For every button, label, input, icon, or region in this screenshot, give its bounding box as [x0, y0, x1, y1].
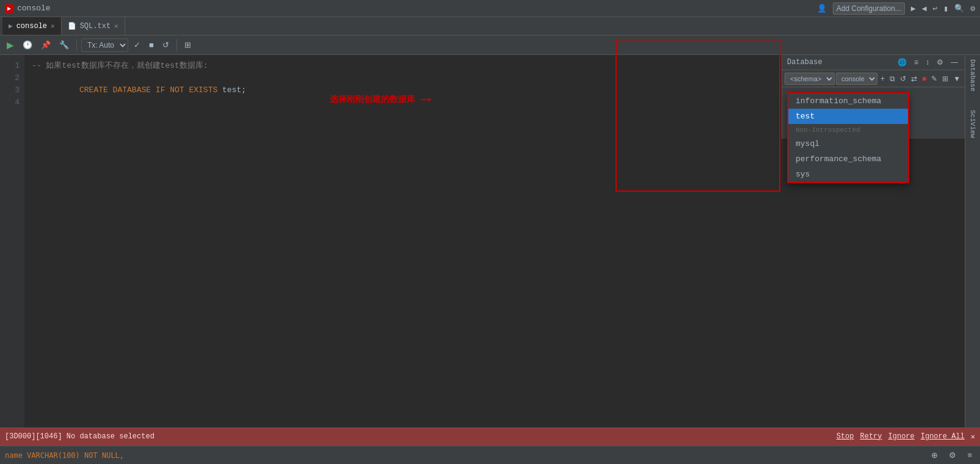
db-view-button[interactable]: ⊞ [940, 74, 950, 84]
tab-bar: ▶ console ✕ 📄 SQL.txt ✕ [0, 17, 980, 35]
history-button[interactable]: 🕐 [20, 39, 35, 51]
db-expand-icon[interactable]: ↕ [924, 57, 931, 67]
db-stop-button[interactable]: ■ [920, 74, 928, 84]
db-copy-button[interactable]: ⧉ [888, 74, 897, 84]
right-sidebar: Database SciView [965, 55, 980, 427]
sidebar-sciview-label[interactable]: SciView [967, 108, 978, 140]
status-bar: [3D000][1046] No database selected Stop … [0, 427, 980, 446]
tx-dropdown[interactable]: Tx: Auto [81, 38, 128, 52]
console-tab-label: console [16, 22, 47, 31]
bottom-add-icon[interactable]: ⊕ [928, 449, 941, 461]
editor-area: 1 2 3 4 -- 如果test数据库不存在，就创建test数据库: CREA… [0, 55, 782, 427]
console-dropdown[interactable]: console [836, 73, 877, 85]
db-list-icon[interactable]: ≡ [912, 57, 920, 67]
toolbar-sep-2 [176, 39, 177, 51]
schema-item-test[interactable]: test [788, 109, 908, 124]
db-refresh-button[interactable]: ↺ [898, 74, 908, 84]
console-tab-icon: ▶ [9, 22, 13, 30]
toolbar-sep-1 [76, 39, 77, 51]
line-num-2: 2 [0, 72, 20, 84]
schema-item-information_schema[interactable]: information_schema [788, 93, 908, 109]
title-bar-text: console [17, 4, 51, 13]
line-num-3: 3 [0, 84, 20, 96]
sql-tab-icon: 📄 [68, 22, 76, 30]
schema-item-mysql[interactable]: mysql [788, 136, 908, 151]
title-bar-right: 👤 Add Configuration... ▶ ◀ ↩ ▮ 🔍 ⚙ [817, 2, 975, 15]
code-content[interactable]: -- 如果test数据库不存在，就创建test数据库: CREATE DATAB… [24, 55, 782, 427]
db-add-button[interactable]: + [879, 74, 887, 84]
db-settings-icon[interactable]: ⚙ [935, 57, 945, 67]
db-minimize-icon[interactable]: — [949, 57, 960, 67]
line-num-1: 1 [0, 60, 20, 72]
stop-button[interactable]: ■ [146, 39, 157, 51]
add-configuration-button[interactable]: Add Configuration... [833, 2, 905, 15]
bottom-code: name VARCHAR(100) NOT NULL, [5, 451, 124, 460]
db-edit-button[interactable]: ✎ [929, 74, 939, 84]
check-button[interactable]: ✓ [131, 39, 143, 51]
app-icon: ▶ [5, 4, 13, 13]
annotation-arrow: ⟶ [421, 90, 430, 108]
table-button[interactable]: ⊞ [181, 39, 194, 51]
schema-separator: Non-Introspected [788, 124, 908, 136]
db-sync-button[interactable]: ⇄ [909, 74, 919, 84]
annotation: 选择刚刚创建的数据库 ⟶ [330, 90, 430, 108]
db-panel-header: Database 🌐 ≡ ↕ ⚙ — [782, 55, 965, 70]
schema-dropdown-popup: information_schema test Non-Introspected… [787, 92, 909, 183]
db-panel: Database 🌐 ≡ ↕ ⚙ — <schema> console + [782, 55, 965, 139]
db-panel-wrapper: Database 🌐 ≡ ↕ ⚙ — <schema> console + [782, 55, 965, 427]
sidebar-database-label[interactable]: Database [967, 57, 978, 93]
bottom-bar-right: ⊕ ⚙ ≡ [928, 449, 975, 461]
annotation-text: 选择刚刚创建的数据库 [330, 94, 415, 105]
refresh-button[interactable]: ↺ [159, 39, 172, 51]
db-panel-title: Database [787, 58, 822, 67]
status-bar-actions: Stop Retry Ignore Ignore All ✕ [837, 432, 975, 441]
tab-sql[interactable]: 📄 SQL.txt ✕ [62, 17, 125, 35]
search-icon[interactable]: 🔍 [954, 4, 964, 13]
wrench-button[interactable]: 🔧 [56, 39, 72, 51]
code-line-1: -- 如果test数据库不存在，就创建test数据库: [32, 60, 774, 72]
line-numbers: 1 2 3 4 [0, 55, 24, 427]
title-bar: ▶ console 👤 Add Configuration... ▶ ◀ ↩ ▮… [0, 0, 980, 17]
settings-icon[interactable]: ⚙ [970, 4, 975, 13]
db-toolbar: <schema> console + ⧉ ↺ ⇄ ■ ✎ ⊞ ▼ informa… [782, 70, 965, 87]
bottom-settings-icon[interactable]: ⚙ [946, 449, 959, 461]
status-message: [3D000][1046] No database selected [5, 432, 154, 441]
schema-item-sys[interactable]: sys [788, 167, 908, 182]
line-num-4: 4 [0, 96, 20, 109]
tab-console[interactable]: ▶ console ✕ [2, 17, 62, 35]
pin-button[interactable]: 📌 [38, 39, 54, 51]
profile-icon[interactable]: 👤 [817, 4, 827, 13]
status-ignore-link[interactable]: Ignore [888, 432, 915, 441]
sql-tab-close[interactable]: ✕ [114, 22, 118, 30]
pause-icon[interactable]: ▮ [943, 4, 948, 13]
status-retry-link[interactable]: Retry [860, 432, 882, 441]
schema-item-performance_schema[interactable]: performance_schema [788, 151, 908, 167]
db-filter-button[interactable]: ▼ [951, 74, 962, 84]
editor-toolbar: ▶ 🕐 📌 🔧 Tx: Auto ✓ ■ ↺ ⊞ [0, 35, 980, 55]
schema-dropdown[interactable]: <schema> [785, 73, 835, 85]
back-icon[interactable]: ◀ [922, 4, 927, 13]
return-icon[interactable]: ↩ [933, 4, 938, 13]
bottom-bar: name VARCHAR(100) NOT NULL, ⊕ ⚙ ≡ [0, 446, 980, 464]
run-button[interactable]: ▶ [4, 38, 17, 52]
status-ignore-all-link[interactable]: Ignore All [921, 432, 965, 441]
status-stop-link[interactable]: Stop [837, 432, 854, 441]
db-panel-header-icons: 🌐 ≡ ↕ ⚙ — [896, 57, 960, 67]
run-icon[interactable]: ▶ [911, 4, 916, 13]
console-tab-close[interactable]: ✕ [51, 22, 55, 30]
bottom-menu-icon[interactable]: ≡ [964, 449, 975, 461]
status-close-button[interactable]: ✕ [971, 432, 975, 441]
sql-tab-label: SQL.txt [80, 22, 111, 31]
code-line-2: CREATE DATABASE IF NOT EXISTS test; [32, 72, 774, 84]
db-global-icon[interactable]: 🌐 [896, 57, 909, 67]
